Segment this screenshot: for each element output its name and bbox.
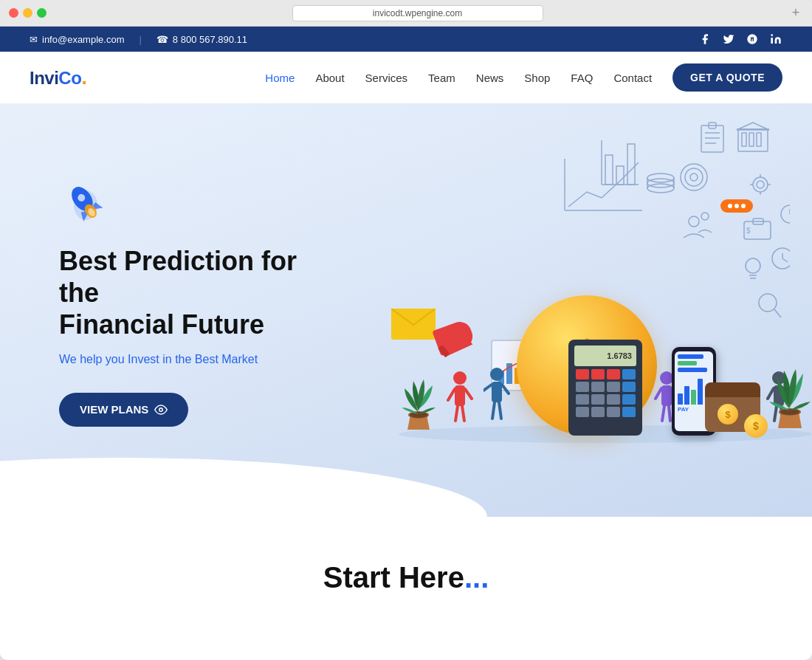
svg-point-86 [780,409,799,415]
svg-point-49 [772,248,790,269]
svg-line-76 [669,406,670,421]
svg-rect-72 [661,385,672,406]
new-tab-button[interactable]: + [788,6,803,21]
svg-point-46 [746,258,760,273]
svg-line-64 [462,406,464,421]
svg-point-28 [647,179,674,188]
top-bar-left: ✉ info@example.com | ☎ 8 800 567.890.11 [30,34,247,45]
address-bar-container: invicodt.wpengine.com [52,5,782,21]
facebook-icon[interactable] [698,32,712,46]
svg-point-59 [453,371,467,385]
megaphone-icon [432,319,475,357]
calculator: 1.6783 [568,340,642,436]
svg-line-63 [455,406,458,421]
minimize-button[interactable] [23,8,32,18]
person-blue [484,367,510,430]
logo[interactable]: InviCo. [30,67,87,89]
svg-point-45 [701,213,709,220]
phone-icon: ☎ [156,34,168,45]
svg-rect-22 [627,144,635,185]
envelope-icon [391,309,436,340]
svg-point-54 [781,205,790,223]
close-button[interactable] [9,8,18,18]
svg-rect-66 [492,382,502,402]
hero-subtitle: We help you Invest in the Best Market [59,353,310,366]
nav-contact[interactable]: Contact [613,72,652,84]
url-display[interactable]: invicodt.wpengine.com [292,5,543,21]
nav-services[interactable]: Services [365,72,408,84]
phone-contact: ☎ 8 800 567.890.11 [156,34,247,45]
main-nav: Home About Services Team News Shop FAQ C… [265,63,782,92]
svg-point-36 [757,181,764,188]
illustration-scene: $ [369,103,812,487]
top-bar: ✉ info@example.com | ☎ 8 800 567.890.11 [0,27,812,52]
hero-content: Best Prediction for the Financial Future… [0,148,310,427]
view-plans-button[interactable]: VIEW PLANS [59,393,188,427]
svg-line-68 [502,385,509,393]
rocket-icon [59,177,310,233]
svg-point-29 [647,173,674,182]
traffic-lights [9,8,47,18]
svg-point-8 [159,408,163,411]
nav-faq[interactable]: FAQ [571,72,593,84]
nav-home[interactable]: Home [265,72,295,84]
divider: | [139,34,141,45]
wallet-coin: $ [744,414,768,438]
hero-illustration: $ [369,103,812,487]
browser-window: invicodt.wpengine.com + ✉ info@example.c… [0,0,812,660]
email-contact: ✉ info@example.com [30,34,124,45]
svg-line-61 [448,389,455,400]
phone-text: 8 800 567.890.11 [173,34,247,45]
svg-point-0 [771,34,773,36]
svg-point-33 [685,168,703,186]
calc-display: 1.6783 [574,346,636,366]
svg-rect-20 [605,155,613,185]
email-icon: ✉ [30,34,38,45]
svg-line-53 [774,309,781,317]
nav-shop[interactable]: Shop [524,72,550,84]
hero-section: Best Prediction for the Financial Future… [0,103,812,517]
get-quote-button[interactable]: GET A QUOTE [672,63,782,92]
svg-rect-15 [742,133,746,146]
svg-rect-16 [749,133,754,146]
nav-team[interactable]: Team [428,72,455,84]
nav-about[interactable]: About [315,72,344,84]
svg-rect-9 [701,126,723,152]
svg-rect-60 [455,385,465,406]
plant-left [399,374,438,436]
svg-line-69 [492,402,495,419]
social-links [698,32,782,46]
email-text: info@example.com [42,34,124,45]
chat-bubble [720,199,753,213]
svg-point-52 [759,294,777,312]
linkedin-icon[interactable] [769,32,782,46]
plant-right [768,368,812,437]
twitter-icon[interactable] [722,32,735,46]
google-plus-icon[interactable] [746,32,759,46]
person-red [447,371,473,430]
site-header: InviCo. Home About Services Team News Sh… [0,52,812,103]
svg-line-75 [662,406,664,421]
svg-line-51 [782,258,788,262]
start-here-title: Start Here... [0,561,812,594]
svg-rect-21 [616,166,624,185]
svg-point-84 [410,412,427,418]
hero-title: Best Prediction for the Financial Future [59,245,310,341]
start-here-section: Start Here... [0,517,812,609]
small-coin: $ [718,404,738,424]
svg-point-35 [753,177,768,192]
svg-rect-17 [757,133,761,146]
nav-news[interactable]: News [476,72,504,84]
svg-line-73 [656,388,661,399]
svg-point-34 [690,173,698,181]
svg-text:$: $ [746,227,751,235]
site-content: ✉ info@example.com | ☎ 8 800 567.890.11 [0,27,812,660]
svg-point-44 [689,216,699,227]
svg-line-67 [484,385,492,391]
svg-point-27 [647,184,674,193]
svg-line-62 [465,389,472,399]
maximize-button[interactable] [37,8,47,18]
svg-line-70 [499,402,501,419]
browser-titlebar: invicodt.wpengine.com + [0,0,812,27]
svg-point-65 [490,368,503,381]
